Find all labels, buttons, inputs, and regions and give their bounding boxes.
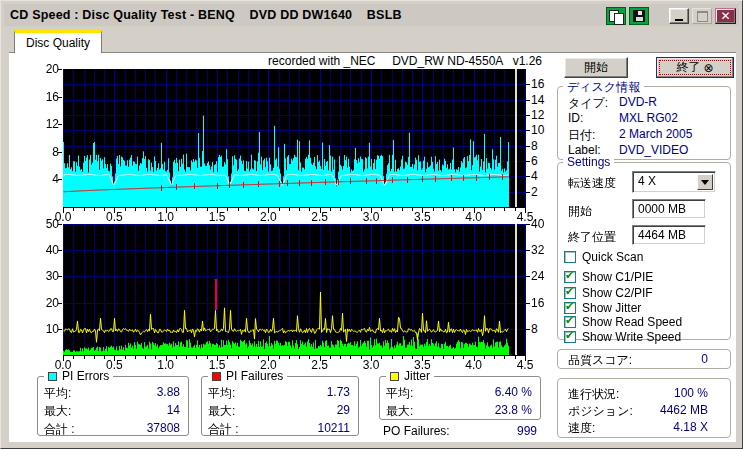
stat-label: 最大: [208, 403, 235, 417]
jitter-stats: Jitter 平均:6.40 % 最大:23.8 % [379, 376, 541, 420]
pi-errors-legend-swatch [48, 372, 57, 381]
axis-tick-label: 4 [27, 172, 59, 186]
quality-score-group: 品質スコア: 0 [557, 349, 731, 369]
axis-tick-label: 8 [531, 139, 557, 153]
chevron-down-icon[interactable] [697, 174, 713, 190]
checkbox-quick-scan[interactable]: Quick Scan [564, 250, 643, 264]
checkbox-icon [564, 331, 576, 343]
axis-tick-label: 10 [531, 123, 557, 137]
checkbox-show-c1-pie[interactable]: Show C1/PIE [564, 270, 653, 284]
checkbox-icon [564, 302, 576, 314]
axis-tick-label: 16 [27, 90, 59, 104]
jitter-legend-swatch [390, 372, 399, 381]
po-failures-value: 999 [517, 424, 537, 438]
position-value: 4462 MB [660, 403, 708, 417]
stat-label: 合計 : [208, 421, 239, 435]
axis-tick-label: 32 [531, 243, 557, 257]
checkbox-show-read-speed[interactable]: Show Read Speed [564, 315, 682, 329]
stat-label: 平均: [386, 385, 413, 399]
stat-value: 29 [337, 403, 350, 417]
save-icon[interactable] [629, 7, 649, 25]
axis-tick-label: 8 [27, 145, 59, 159]
settings-legend: Settings [563, 155, 614, 169]
disc-type-value: DVD-R [619, 95, 657, 109]
axis-tick-label: 4.0 [458, 210, 490, 224]
axis-tick-label: 2.5 [304, 358, 336, 372]
disc-id-value: MXL RG02 [619, 111, 678, 125]
axis-tick-label: 0.5 [98, 210, 130, 224]
quality-score-label: 品質スコア: [568, 352, 632, 369]
axis-tick-label: 4 [531, 169, 557, 183]
stat-label: 合計 : [44, 421, 75, 435]
checkbox-icon [564, 287, 576, 299]
start-button[interactable]: 開始 [564, 57, 628, 78]
axis-tick-label: 24 [531, 269, 557, 283]
axis-tick-label: 2 [531, 185, 557, 199]
checkbox-icon [564, 251, 576, 263]
quality-score-value: 0 [701, 352, 708, 366]
chart-header: recorded with _NEC DVD_RW ND-4550A v1.26 [9, 54, 542, 68]
checkbox-icon [564, 271, 576, 283]
pi-failures-legend-swatch [212, 372, 221, 381]
axis-tick-label: 8 [531, 322, 557, 336]
pi-failures-stats: PI Failures 平均:1.73 最大:29 合計 :10211 [201, 376, 359, 436]
axis-tick-label: 3.0 [355, 210, 387, 224]
checkbox-show-jitter[interactable]: Show Jitter [564, 301, 641, 315]
minimize-icon [675, 19, 683, 21]
maximize-icon [697, 11, 708, 22]
close-button[interactable]: ✕ [715, 8, 736, 24]
axis-tick-label: 10 [27, 322, 59, 336]
disc-label-value: DVD_VIDEO [619, 143, 688, 157]
speed-now-label: 速度: [568, 420, 595, 437]
pi-errors-legend: PI Errors [62, 369, 109, 383]
pi-failures-legend: PI Failures [226, 369, 283, 383]
po-failures-row: PO Failures: 999 [383, 424, 537, 438]
end-pos-label: 終了位置 [568, 229, 616, 246]
disc-type-label: タイプ: [568, 95, 608, 112]
start-pos-input[interactable] [632, 199, 706, 219]
speed-select[interactable]: 4 X [632, 171, 716, 193]
progress-value: 100 % [674, 386, 708, 400]
axis-tick-label: 16 [531, 77, 557, 91]
checkbox-icon [564, 316, 576, 328]
checkbox-show-write-speed[interactable]: Show Write Speed [564, 330, 681, 344]
maximize-button[interactable] [692, 8, 712, 24]
speed-now-value: 4.18 X [673, 420, 708, 434]
axis-tick-label: 2.5 [304, 210, 336, 224]
speed-label: 転送速度 [568, 175, 616, 192]
position-label: ポジション: [568, 403, 633, 420]
axis-tick-label: 16 [531, 296, 557, 310]
axis-tick-label: 1.0 [150, 210, 182, 224]
axis-tick-label: 1.5 [201, 210, 233, 224]
stat-label: 平均: [44, 385, 71, 399]
progress-group: 進行状況: 100 % ポジション: 4462 MB 速度: 4.18 X [557, 378, 731, 438]
axis-tick-label: 3.5 [406, 210, 438, 224]
axis-tick-label: 6 [531, 154, 557, 168]
start-pos-label: 開始 [568, 203, 592, 220]
copy-icon[interactable] [606, 7, 626, 25]
stat-value: 14 [167, 403, 180, 417]
exit-button[interactable]: 終了 [656, 57, 734, 78]
progress-label: 進行状況: [568, 386, 619, 403]
close-icon: ✕ [720, 9, 730, 23]
jitter-legend: Jitter [404, 369, 430, 383]
disc-date-value: 2 March 2005 [619, 127, 692, 141]
tab-disc-quality[interactable]: Disc Quality [14, 30, 102, 53]
stat-value: 3.88 [157, 385, 180, 399]
disc-date-label: 日付: [568, 127, 595, 144]
pi-errors-stats: PI Errors 平均:3.88 最大:14 合計 :37808 [37, 376, 189, 436]
end-pos-input[interactable] [632, 225, 706, 245]
checkbox-show-c2-pif[interactable]: Show C2/PIF [564, 286, 653, 300]
stat-label: 平均: [208, 385, 235, 399]
axis-tick-label: 12 [531, 108, 557, 122]
stat-label: 最大: [44, 403, 71, 417]
settings-group: Settings 転送速度 4 X 開始 終了位置 Quick Scan Sho… [557, 162, 731, 340]
axis-tick-label: 20 [27, 62, 59, 76]
stat-value: 37808 [147, 421, 180, 435]
speed-value: 4 X [638, 174, 656, 188]
disc-info-group: ディスク情報 タイプ: DVD-R ID: MXL RG02 日付: 2 Mar… [557, 86, 731, 160]
minimize-button[interactable] [669, 8, 689, 24]
tab-label: Disc Quality [26, 36, 90, 50]
axis-tick-label: 40 [27, 243, 59, 257]
exit-icon [703, 61, 713, 75]
